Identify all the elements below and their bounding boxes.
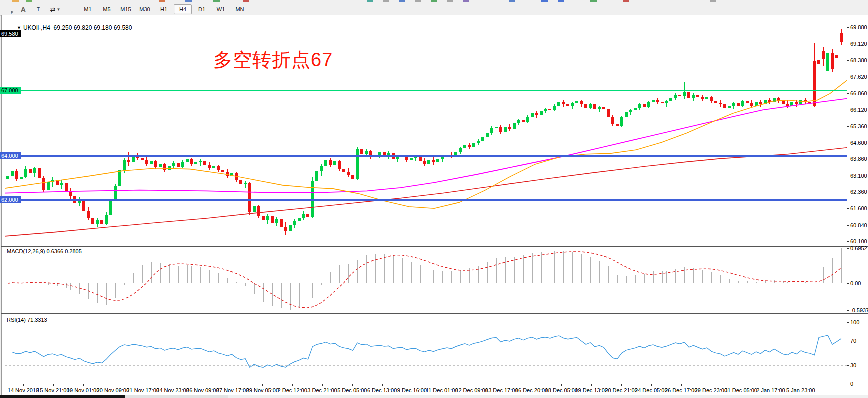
chart-plot-area[interactable]	[0, 0, 868, 398]
mt4-chart-window: F A T ⇄ ▼ M1M5M15M30H1H4D1W1MN ▼UKOil-,H…	[0, 0, 868, 398]
